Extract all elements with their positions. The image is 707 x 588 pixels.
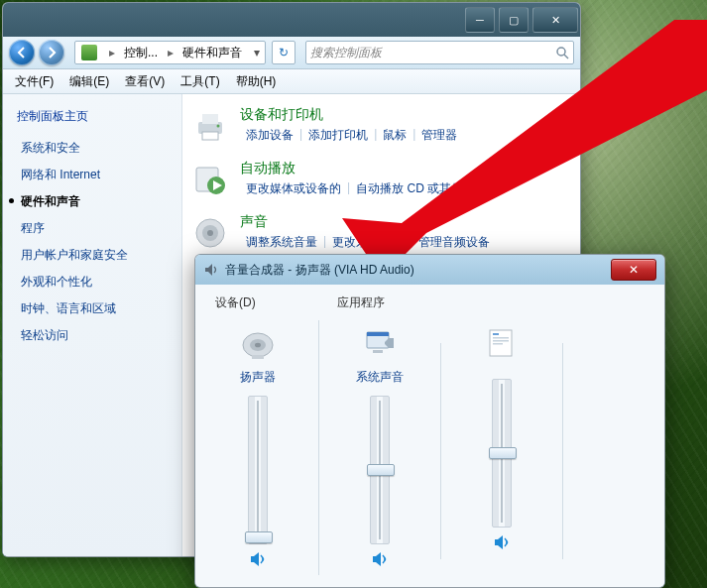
svg-point-0 <box>557 48 565 56</box>
printer-icon <box>190 106 230 146</box>
link-adjust-volume[interactable]: 调整系统音量 <box>240 234 323 251</box>
device-name[interactable]: 扬声器 <box>240 369 276 386</box>
search-placeholder: 搜索控制面板 <box>310 45 382 61</box>
side-item-accounts[interactable]: 用户帐户和家庭安全 <box>3 242 181 269</box>
menu-tools[interactable]: 工具(T) <box>173 70 227 93</box>
svg-marker-23 <box>373 552 381 566</box>
svg-point-16 <box>255 343 261 348</box>
side-item-programs[interactable]: 程序 <box>3 215 181 242</box>
menu-edit[interactable]: 编辑(E) <box>61 70 117 93</box>
mixer-title: 音量合成器 - 扬声器 (VIA HD Audio) <box>225 262 611 279</box>
link-add-device[interactable]: 添加设备 <box>240 127 299 144</box>
system-sounds-mute-button[interactable] <box>371 550 389 571</box>
category-sound: 声音 调整系统音量| 更改系统声音| 管理音频设备 <box>190 213 572 253</box>
section-apps: 应用程序 <box>325 294 389 317</box>
svg-rect-25 <box>493 333 499 335</box>
side-item-system[interactable]: 系统和安全 <box>3 135 181 162</box>
svg-marker-18 <box>251 552 259 566</box>
menu-help[interactable]: 帮助(H) <box>228 70 285 93</box>
maximize-button[interactable]: ▢ <box>499 7 529 33</box>
side-item-network[interactable]: 网络和 Internet <box>3 162 181 188</box>
refresh-button[interactable]: ↻ <box>272 41 295 64</box>
svg-rect-27 <box>493 340 509 342</box>
forward-button[interactable] <box>39 40 64 65</box>
category-devices: 设备和打印机 添加设备| 添加打印机| 鼠标| 管理器 <box>190 106 572 146</box>
breadcrumb-seg-2[interactable]: 硬件和声音 <box>177 45 249 61</box>
device-mute-button[interactable] <box>249 550 267 571</box>
svg-point-11 <box>207 230 213 236</box>
app3-icon[interactable] <box>482 323 522 363</box>
volume-mixer-window: 音量合成器 - 扬声器 (VIA HD Audio) ✕ 设备(D) 扬声器 <box>194 254 665 588</box>
back-button[interactable] <box>9 40 35 65</box>
close-button[interactable]: ✕ <box>532 7 578 33</box>
channel-system-sounds: 系统声音 <box>325 317 434 571</box>
side-heading[interactable]: 控制面板主页 <box>3 104 181 135</box>
menu-view[interactable]: 查看(V) <box>117 70 173 93</box>
link-autoplay-cd[interactable]: 自动播放 CD 或其他媒体 <box>350 180 493 197</box>
side-item-hardware[interactable]: 硬件和声音 <box>3 188 181 215</box>
search-icon <box>555 46 569 59</box>
svg-rect-17 <box>252 355 264 359</box>
section-device: 设备(D) <box>203 294 260 317</box>
device-volume-slider[interactable] <box>248 396 268 544</box>
control-panel-icon <box>81 45 97 60</box>
svg-rect-21 <box>373 350 383 353</box>
mixer-titlebar: 音量合成器 - 扬声器 (VIA HD Audio) ✕ <box>195 255 664 285</box>
app3-mute-button[interactable] <box>493 533 511 554</box>
minimize-button[interactable]: ─ <box>465 7 495 33</box>
svg-marker-13 <box>205 264 212 276</box>
devices-heading[interactable]: 设备和打印机 <box>240 106 572 124</box>
svg-rect-20 <box>367 332 389 336</box>
link-device-mgr[interactable]: 管理器 <box>415 127 463 144</box>
device-speaker-icon[interactable] <box>238 323 278 363</box>
channel-app-3 <box>447 317 556 571</box>
link-system-sounds[interactable]: 更改系统声音 <box>326 234 410 251</box>
svg-rect-3 <box>202 114 218 124</box>
svg-marker-29 <box>495 535 503 549</box>
link-mouse[interactable]: 鼠标 <box>377 127 412 144</box>
menu-file[interactable]: 文件(F) <box>7 70 61 93</box>
link-autoplay-defaults[interactable]: 更改媒体或设备的 <box>240 180 347 197</box>
system-sounds-slider[interactable] <box>370 396 390 544</box>
breadcrumb-dropdown[interactable]: ▾ <box>249 46 265 59</box>
system-sounds-icon[interactable] <box>360 323 400 363</box>
channel-device: 扬声器 <box>203 317 312 571</box>
svg-rect-28 <box>493 343 503 345</box>
sound-heading[interactable]: 声音 <box>240 213 572 231</box>
breadcrumb[interactable]: ▸ 控制... ▸ 硬件和声音 ▾ <box>74 41 266 64</box>
svg-rect-26 <box>493 337 509 339</box>
speaker-icon <box>203 262 219 278</box>
link-audio-devices[interactable]: 管理音频设备 <box>412 234 496 251</box>
titlebar: ─ ▢ ✕ <box>3 3 580 37</box>
sound-icon <box>190 213 230 253</box>
search-input[interactable]: 搜索控制面板 <box>305 41 574 64</box>
breadcrumb-seg-1[interactable]: 控制... <box>118 45 165 61</box>
app3-slider[interactable] <box>492 379 512 528</box>
side-item-clock[interactable]: 时钟、语言和区域 <box>3 295 181 322</box>
link-add-printer[interactable]: 添加打印机 <box>302 127 374 144</box>
side-nav: 控制面板主页 系统和安全 网络和 Internet 硬件和声音 程序 用户帐户和… <box>3 94 182 556</box>
autoplay-icon <box>190 160 230 199</box>
svg-point-5 <box>217 125 220 128</box>
mixer-close-button[interactable]: ✕ <box>611 259 656 281</box>
svg-rect-4 <box>202 132 218 140</box>
svg-line-1 <box>564 55 568 59</box>
side-item-appearance[interactable]: 外观和个性化 <box>3 269 181 295</box>
category-autoplay: 自动播放 更改媒体或设备的| 自动播放 CD 或其他媒体 <box>190 160 572 199</box>
side-item-ease[interactable]: 轻松访问 <box>3 322 181 349</box>
autoplay-heading[interactable]: 自动播放 <box>240 160 572 177</box>
menubar: 文件(F) 编辑(E) 查看(V) 工具(T) 帮助(H) <box>3 69 580 94</box>
nav-toolbar: ▸ 控制... ▸ 硬件和声音 ▾ ↻ 搜索控制面板 <box>3 37 580 69</box>
system-sounds-name[interactable]: 系统声音 <box>356 369 404 386</box>
